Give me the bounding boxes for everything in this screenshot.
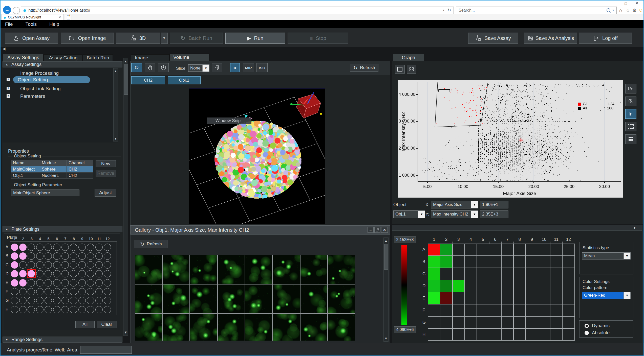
volume-viewport[interactable] <box>189 88 325 224</box>
heatmap-cell-F9[interactable] <box>526 304 538 316</box>
well-A1[interactable] <box>11 244 18 251</box>
gallery-cell[interactable] <box>245 284 272 313</box>
heatmap-cell-F1[interactable] <box>428 304 440 316</box>
tab-close-icon[interactable]: ✕ <box>58 15 61 19</box>
heatmap-cell-F11[interactable] <box>550 304 562 316</box>
search-input[interactable] <box>458 8 607 13</box>
gallery-cell[interactable] <box>300 284 327 313</box>
volume-canvas[interactable] <box>189 88 325 224</box>
heatmap-cell-B4[interactable] <box>465 256 477 268</box>
heatmap-cell-C6[interactable] <box>489 268 501 280</box>
heatmap-cell-H4[interactable] <box>465 328 477 341</box>
gallery-cell[interactable] <box>328 284 355 313</box>
heatmap-cell-H10[interactable] <box>538 328 550 341</box>
plate-grid[interactable]: 123456789101112ABCDEFGH <box>4 233 120 330</box>
left-tab-assay-gating[interactable]: Assay Gating <box>44 54 82 61</box>
gallery-cell[interactable] <box>328 255 355 284</box>
gallery-refresh-button[interactable]: ↻ Refresh <box>135 240 167 248</box>
heatmap-cell-D11[interactable] <box>550 280 562 292</box>
tree-expander-icon[interactable]: + <box>7 94 10 98</box>
heatmap-cell-B3[interactable] <box>453 256 465 268</box>
heatmap-cell-E12[interactable] <box>562 292 574 304</box>
well-A9[interactable] <box>78 244 86 251</box>
heatmap-cell-D12[interactable] <box>562 280 574 292</box>
heatmap-cell-B8[interactable] <box>513 256 526 268</box>
batch-run-button[interactable]: ↻ Batch Run <box>170 33 223 44</box>
x-value-field[interactable]: 1.80E+1 <box>480 201 508 208</box>
well-C4[interactable] <box>36 261 44 269</box>
heatmap-cell-C5[interactable] <box>477 268 489 280</box>
clear-button[interactable]: Clear <box>97 321 117 328</box>
well-E6[interactable] <box>53 279 60 287</box>
heatmap-cell-E10[interactable] <box>538 292 550 304</box>
gallery-cell[interactable] <box>135 284 162 313</box>
gallery-cell[interactable] <box>190 284 217 313</box>
left-tab-batch-run[interactable]: Batch Run <box>83 54 113 61</box>
heatmap-cell-D4[interactable] <box>465 280 477 292</box>
heatmap-cell-H3[interactable] <box>453 328 465 341</box>
well-D9[interactable] <box>78 270 86 277</box>
well-E9[interactable] <box>78 279 86 287</box>
left-tab-assay-settings[interactable]: Assay Settings <box>3 54 44 61</box>
heatmap-cell-A3[interactable] <box>453 244 465 256</box>
collapse-divider-icon[interactable]: ▼ <box>633 226 636 230</box>
plate-settings-header[interactable]: ▲ Plate Settings <box>3 226 122 232</box>
collapse-toolbar-icon[interactable]: ◀ <box>3 46 6 51</box>
table-cell[interactable]: Sphere <box>40 166 67 172</box>
well-B9[interactable] <box>78 252 86 260</box>
heatmap-cell-A6[interactable] <box>489 244 501 256</box>
heatmap-cell-A10[interactable] <box>538 244 550 256</box>
heatmap-cell-D9[interactable] <box>526 280 538 292</box>
heatmap-cell-G6[interactable] <box>489 316 501 328</box>
heatmap-cell-B1[interactable] <box>428 256 440 268</box>
window-maximize-button[interactable]: □ <box>621 1 631 6</box>
heatmap-cell-H6[interactable] <box>489 328 501 341</box>
well-G2[interactable] <box>19 297 27 304</box>
url-dropdown-icon[interactable]: ▾ <box>443 9 444 12</box>
heatmap-grid[interactable]: 123456789101112ABCDEFGH <box>418 234 580 342</box>
statistics-type-select[interactable]: Mean▼ <box>582 252 631 259</box>
remove-button[interactable]: Remove <box>96 170 116 177</box>
heatmap-cell-B12[interactable] <box>562 256 574 268</box>
well-C7[interactable] <box>61 261 69 269</box>
layout-single-button[interactable] <box>395 65 405 74</box>
gallery-cell[interactable] <box>190 314 217 341</box>
well-B2[interactable] <box>19 252 27 260</box>
well-E7[interactable] <box>61 279 69 287</box>
heatmap-cell-G9[interactable] <box>526 316 538 328</box>
graph-reset-button[interactable] <box>625 84 636 93</box>
well-E2[interactable] <box>19 279 27 287</box>
gallery-cell[interactable] <box>245 314 272 341</box>
well-B10[interactable] <box>87 252 94 260</box>
rotate-cube-tool-button[interactable] <box>158 63 169 72</box>
assay-settings-header[interactable]: ▲ Assay Settings <box>3 61 122 67</box>
well-G4[interactable] <box>36 297 44 304</box>
graph-table-button[interactable] <box>625 134 636 144</box>
table-cell[interactable]: NuclearL <box>40 172 67 179</box>
heatmap-cell-H8[interactable] <box>513 328 526 341</box>
gallery-cell[interactable] <box>218 255 245 284</box>
menu-item-tools[interactable]: Tools <box>26 21 37 27</box>
search-dropdown-icon[interactable]: ▾ <box>612 9 614 12</box>
gallery-popout-button[interactable] <box>374 227 380 233</box>
heatmap-cell-E2[interactable] <box>440 292 452 304</box>
well-G12[interactable] <box>104 297 111 304</box>
pan-tool-button[interactable] <box>145 63 155 72</box>
well-A2[interactable] <box>19 244 27 251</box>
heatmap-cell-F12[interactable] <box>562 304 574 316</box>
rotate-tool-button[interactable]: ↻ <box>131 63 142 72</box>
tree-item-object-link-setting[interactable]: Object Link Setting <box>16 85 65 92</box>
object-select[interactable]: Obj.1▼ <box>393 210 425 218</box>
heatmap-cell-C1[interactable] <box>428 268 440 280</box>
channel-obj1-button[interactable]: Obj.1 <box>168 76 201 84</box>
well-B7[interactable] <box>61 252 69 260</box>
tree-item-object-setting[interactable]: Object Setting <box>13 76 90 83</box>
well-H2[interactable] <box>19 306 27 313</box>
heatmap-cell-E8[interactable] <box>513 292 526 304</box>
stop-button[interactable]: ■ Stop <box>288 33 348 44</box>
heatmap-cell-A2[interactable] <box>440 244 452 256</box>
heatmap-cell-F2[interactable] <box>440 304 452 316</box>
tree-item-image-processing[interactable]: Image Processing <box>16 70 63 77</box>
well-D1[interactable] <box>11 270 18 277</box>
well-G6[interactable] <box>53 297 60 304</box>
